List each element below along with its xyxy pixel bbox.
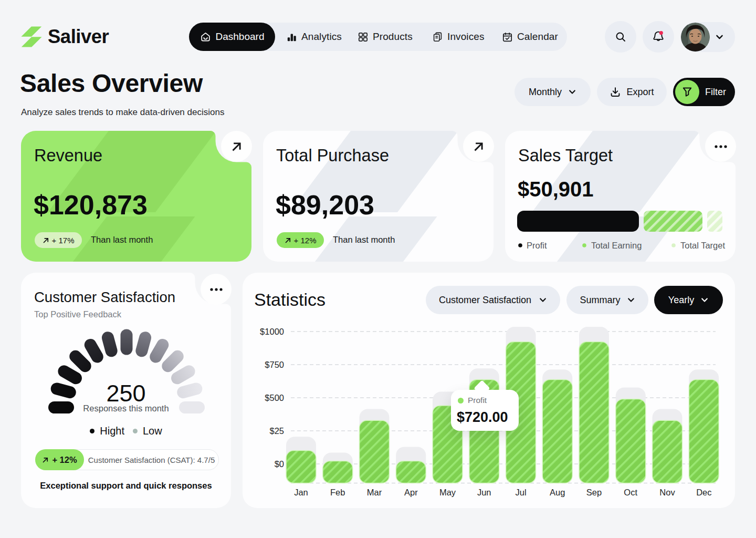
svg-text:Oct: Oct	[624, 488, 637, 497]
svg-text:Apr: Apr	[404, 488, 418, 497]
svg-text:$500: $500	[265, 393, 284, 402]
svg-text:$25: $25	[269, 426, 284, 436]
svg-text:Dec: Dec	[696, 488, 711, 497]
svg-text:$750: $750	[265, 360, 284, 369]
svg-text:Nov: Nov	[659, 488, 675, 497]
svg-text:Feb: Feb	[330, 488, 345, 497]
svg-text:Sep: Sep	[586, 488, 602, 497]
svg-text:Aug: Aug	[550, 488, 565, 497]
svg-text:$0: $0	[275, 459, 284, 469]
svg-text:Total Target: Total Target	[680, 241, 725, 250]
svg-text:May: May	[439, 488, 456, 497]
svg-text:Mar: Mar	[367, 488, 382, 497]
svg-text:Profit: Profit	[527, 241, 547, 250]
svg-text:Jan: Jan	[294, 488, 308, 497]
svg-text:Total Earning: Total Earning	[591, 241, 642, 250]
svg-text:Jul: Jul	[515, 488, 526, 497]
svg-text:Jun: Jun	[477, 488, 491, 497]
svg-text:$1000: $1000	[260, 327, 284, 336]
